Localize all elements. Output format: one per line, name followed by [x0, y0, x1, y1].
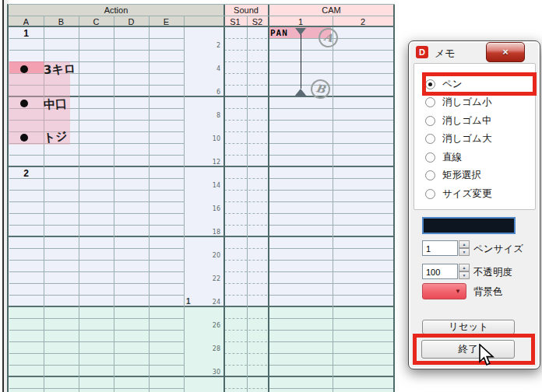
frame-number: 20 — [184, 252, 220, 260]
grid-line — [269, 155, 393, 156]
grid-line — [269, 178, 393, 179]
opacity-input[interactable] — [422, 264, 458, 279]
dashed-line — [224, 85, 267, 86]
dashed-line — [224, 73, 267, 74]
pan-label: PAN — [270, 28, 288, 38]
grid-line — [269, 283, 393, 284]
grid-line — [269, 131, 393, 132]
opacity-stepper[interactable]: ▲ ▼ — [459, 264, 470, 279]
memo-dialog: D メモ × ペン消しゴム小消しゴム中消しゴム大直線矩形選択サイズ変更 ▲ ▼ … — [408, 40, 540, 369]
dashed-line — [224, 248, 267, 249]
pan-end-triangle-icon — [294, 89, 307, 96]
frame-number: 10 — [184, 135, 220, 143]
radio-icon[interactable] — [425, 170, 435, 180]
exposure-sheet-app: 24681012141618202224262830 Action Sound … — [0, 0, 542, 392]
radio-icon[interactable] — [425, 152, 435, 163]
grid-line — [269, 260, 393, 261]
frame-number: 4 — [184, 65, 220, 73]
grid-line — [269, 225, 393, 226]
mouse-cursor-icon — [478, 344, 495, 370]
tool-radio-option-2[interactable]: 消しゴム中 — [425, 112, 491, 129]
col-header-cam2: 2 — [333, 16, 393, 27]
column-line — [184, 16, 185, 392]
frame-number: 2 — [184, 42, 220, 50]
grid-line — [9, 201, 184, 202]
grid-line — [269, 120, 393, 121]
radio-icon[interactable] — [425, 116, 435, 126]
grid-line — [9, 318, 184, 319]
stepper-down-icon[interactable]: ▼ — [459, 271, 470, 279]
dashed-line — [224, 213, 267, 214]
memo-bullet-3 — [20, 134, 28, 142]
dashed-line — [224, 120, 267, 121]
grid-line — [9, 271, 184, 272]
radio-icon[interactable] — [425, 134, 435, 144]
cut-number-1: 1 — [9, 28, 44, 39]
dashed-line — [224, 155, 267, 156]
header-cam: CAM — [269, 5, 393, 16]
tool-radio-option-1[interactable]: 消しゴム小 — [425, 94, 491, 111]
tool-radio-option-4[interactable]: 直線 — [425, 149, 462, 166]
timing-sheet-canvas[interactable]: 24681012141618202224262830 Action Sound … — [0, 0, 395, 392]
header-action: Action — [9, 5, 223, 16]
dashed-line — [224, 61, 267, 62]
pen-size-input[interactable] — [422, 240, 458, 256]
pen-size-stepper[interactable]: ▲ ▼ — [459, 240, 470, 256]
frame-number: 28 — [184, 345, 220, 353]
grid-line — [9, 260, 184, 261]
section-column-line — [268, 4, 269, 392]
close-icon[interactable]: × — [486, 42, 525, 62]
dashed-line — [224, 260, 267, 261]
background-color-dropdown[interactable]: ▼ — [422, 283, 466, 299]
frame-number: 22 — [184, 275, 220, 283]
grid-line — [9, 341, 184, 342]
grid-line — [269, 213, 393, 214]
column-line — [79, 16, 79, 392]
dashed-line — [224, 38, 267, 39]
stepper-up-icon[interactable]: ▲ — [459, 264, 470, 271]
grid-line — [9, 353, 184, 354]
dashed-line — [224, 178, 267, 179]
memo-note-2: 中口 — [44, 96, 68, 113]
chevron-down-icon: ▼ — [455, 289, 461, 295]
tool-label: 消しゴム小 — [442, 96, 491, 109]
stepper-down-icon[interactable]: ▼ — [459, 248, 470, 256]
col-header-s1: S1 — [224, 16, 246, 27]
tool-radio-option-3[interactable]: 消しゴム大 — [425, 131, 491, 148]
dashed-line — [224, 341, 267, 342]
dashed-line — [224, 131, 267, 132]
dashed-line — [224, 388, 267, 389]
radio-icon[interactable] — [425, 97, 435, 107]
grid-line — [269, 295, 393, 296]
col-header-d: D — [114, 16, 149, 27]
grid-line — [269, 85, 393, 86]
reset-button[interactable]: リセット — [422, 320, 515, 334]
dashed-line — [224, 50, 267, 51]
app-logo-icon: D — [416, 46, 428, 58]
dashed-line — [224, 201, 267, 202]
grid-line — [9, 155, 184, 156]
tool-radio-option-5[interactable]: 矩形選択 — [425, 167, 481, 184]
col-header-cam1: 1 — [269, 16, 332, 27]
radio-icon[interactable] — [425, 189, 435, 199]
grid-line — [9, 225, 184, 226]
grid-line — [269, 388, 393, 389]
dashed-line — [224, 283, 267, 284]
stepper-up-icon[interactable]: ▲ — [459, 240, 470, 248]
grid-line — [9, 283, 184, 284]
frame-number: 16 — [184, 205, 220, 213]
pen-size-label: ペンサイズ — [473, 243, 523, 256]
frame-number: 18 — [184, 229, 220, 236]
grid-line — [9, 213, 184, 214]
tool-label: 消しゴム大 — [442, 132, 491, 145]
grid-line — [269, 61, 393, 62]
grid-line — [269, 330, 393, 331]
grid-line — [269, 50, 393, 51]
tool-radio-option-6[interactable]: サイズ変更 — [425, 185, 491, 202]
col-header-e: E — [149, 16, 184, 27]
pen-color-swatch[interactable] — [422, 217, 516, 234]
grid-line — [9, 50, 184, 51]
dashed-line — [224, 271, 267, 272]
grid-line — [269, 201, 393, 202]
grid-line — [269, 341, 393, 342]
